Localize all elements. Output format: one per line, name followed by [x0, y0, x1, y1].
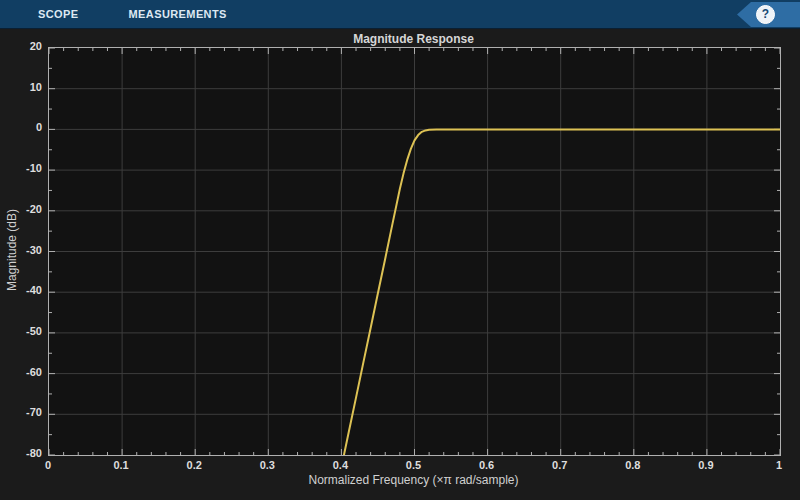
tab-scope[interactable]: SCOPE: [22, 0, 95, 28]
y-tick-label: -80: [0, 447, 42, 459]
x-tick-label: 0.8: [625, 459, 640, 471]
x-tick-label: 0.6: [479, 459, 494, 471]
x-tick-label: 0.9: [698, 459, 713, 471]
y-tick-label: 20: [0, 40, 42, 52]
y-tick-label: -60: [0, 366, 42, 378]
y-axis-label: Magnitude (dB): [5, 209, 19, 291]
help-icon[interactable]: ?: [756, 5, 775, 24]
x-tick-label: 0.4: [333, 459, 348, 471]
app-window: SCOPE MEASUREMENTS ? Magnitude Response …: [0, 0, 800, 500]
x-tick-label: 0.3: [260, 459, 275, 471]
toolstrip: SCOPE MEASUREMENTS ?: [0, 0, 800, 29]
y-tick-label: -50: [0, 325, 42, 337]
x-tick-label: 0.7: [552, 459, 567, 471]
x-tick-label: 1: [776, 459, 782, 471]
magnitude-response-plot[interactable]: [49, 48, 780, 455]
help-banner[interactable]: ?: [737, 2, 800, 27]
figure-area: Magnitude Response Magnitude (dB) Normal…: [0, 29, 800, 500]
y-tick-label: -10: [0, 162, 42, 174]
x-tick-label: 0.5: [406, 459, 421, 471]
x-tick-label: 0: [45, 459, 51, 471]
y-tick-label: -70: [0, 406, 42, 418]
plot-area[interactable]: [48, 47, 781, 456]
x-tick-label: 0.2: [187, 459, 202, 471]
tab-measurements[interactable]: MEASUREMENTS: [113, 0, 243, 28]
y-tick-label: 10: [0, 81, 42, 93]
x-tick-label: 0.1: [113, 459, 128, 471]
y-tick-label: 0: [0, 121, 42, 133]
chart-title: Magnitude Response: [48, 32, 779, 46]
x-axis-label: Normalized Frequency (×π rad/sample): [48, 473, 779, 487]
